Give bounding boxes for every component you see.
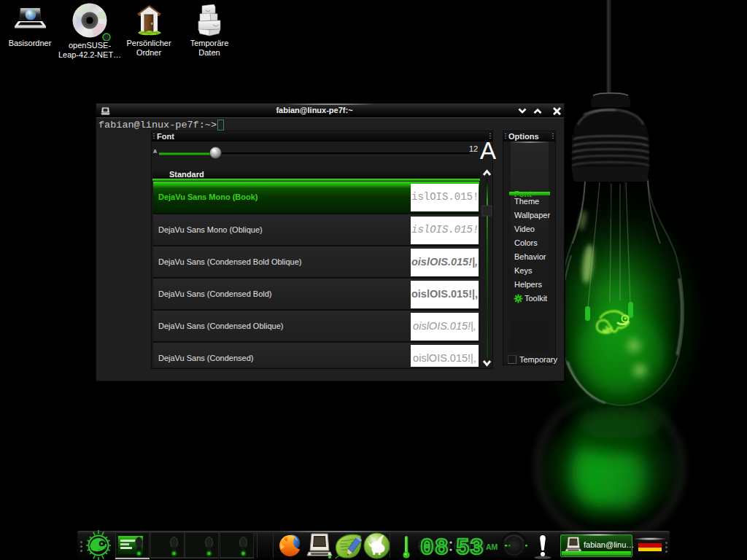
svg-text:AM: AM bbox=[486, 542, 498, 551]
svg-text:3: 3 bbox=[470, 535, 484, 557]
svg-text:8: 8 bbox=[435, 535, 449, 557]
svg-text:0: 0 bbox=[420, 535, 434, 557]
svg-text:5: 5 bbox=[456, 535, 470, 557]
